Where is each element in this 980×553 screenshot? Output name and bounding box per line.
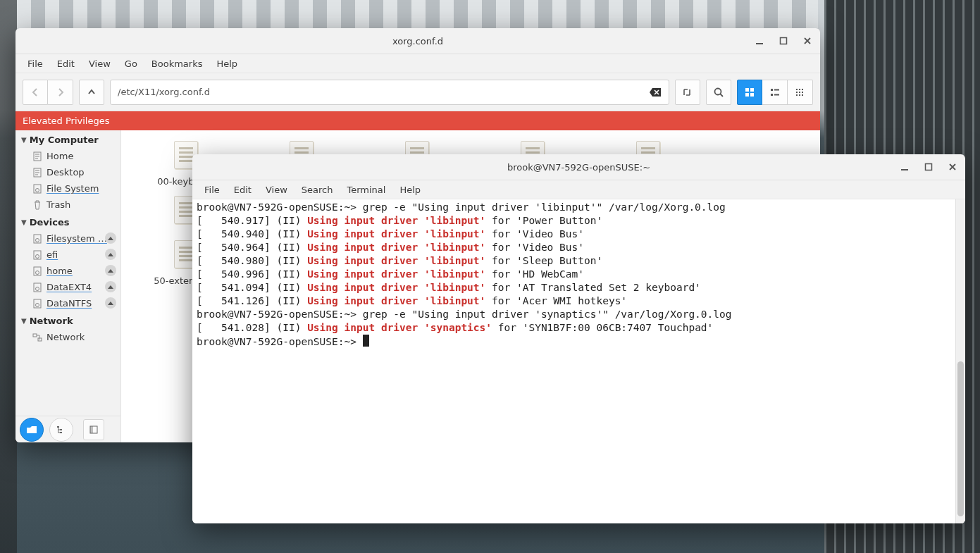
maximize-button[interactable]: [923, 161, 934, 173]
menu-edit[interactable]: Edit: [51, 56, 81, 71]
toggle-location-button[interactable]: [675, 80, 700, 105]
path-input[interactable]: /etc/X11/xorg.conf.d: [110, 80, 669, 105]
close-button[interactable]: [947, 161, 958, 173]
sidebar-item[interactable]: DataEXT4: [15, 279, 120, 295]
svg-point-23: [36, 188, 39, 192]
trash-icon: [32, 200, 42, 210]
svg-point-25: [36, 238, 39, 242]
svg-rect-36: [57, 426, 59, 428]
privileges-banner: Elevated Privileges: [15, 111, 820, 130]
svg-rect-7: [771, 89, 773, 91]
term-menubar: File Edit View Search Terminal Help: [192, 180, 965, 199]
svg-rect-34: [33, 334, 37, 337]
disk-icon: [32, 282, 42, 292]
menu-file[interactable]: File: [198, 182, 226, 197]
minimize-button[interactable]: [754, 35, 765, 46]
nav-up-button[interactable]: [79, 80, 104, 105]
sidebar-item[interactable]: Desktop: [15, 164, 120, 180]
svg-rect-1: [781, 38, 787, 44]
sidebar-item[interactable]: home: [15, 263, 120, 279]
svg-rect-12: [796, 92, 798, 93]
sidebar-item-label: Trash: [46, 199, 70, 210]
menu-help[interactable]: Help: [393, 182, 427, 197]
menu-bookmarks[interactable]: Bookmarks: [145, 56, 209, 71]
nav-back-button[interactable]: [23, 80, 48, 105]
sidebar-item[interactable]: DataNTFS: [15, 295, 120, 311]
svg-rect-10: [774, 94, 779, 95]
menu-help[interactable]: Help: [210, 56, 244, 71]
eject-icon[interactable]: [105, 297, 116, 309]
clear-path-icon[interactable]: [649, 87, 662, 97]
fm-sidebar: ▼My Computer HomeDesktopFile SystemTrash…: [15, 130, 121, 442]
sidebar-bottom-toolbar: [15, 416, 120, 442]
fm-toolbar: /etc/X11/xorg.conf.d: [15, 73, 820, 111]
sidebar-item-label: Filesystem …: [46, 233, 107, 244]
menu-view[interactable]: View: [82, 56, 117, 71]
svg-rect-0: [756, 43, 763, 44]
sidebar-item[interactable]: Trash: [15, 197, 120, 213]
path-text: /etc/X11/xorg.conf.d: [118, 87, 210, 97]
sidebar-item[interactable]: File System: [15, 180, 120, 197]
svg-rect-38: [60, 432, 62, 433]
svg-rect-8: [774, 89, 779, 90]
svg-point-2: [715, 88, 721, 94]
sidebar-item[interactable]: Home: [15, 148, 120, 164]
svg-rect-4: [750, 88, 754, 92]
eject-icon[interactable]: [105, 232, 116, 244]
fm-titlebar[interactable]: xorg.conf.d: [15, 28, 820, 54]
sidebar-item[interactable]: Filesystem …: [15, 230, 120, 247]
sidebar-item-label: Home: [46, 151, 73, 161]
menu-view[interactable]: View: [259, 182, 294, 197]
svg-point-33: [36, 303, 39, 306]
places-toggle-button[interactable]: [20, 418, 44, 442]
disk-icon: [32, 250, 42, 260]
sidebar-section-my-computer[interactable]: ▼My Computer: [15, 130, 120, 148]
fm-menubar: File Edit View Go Bookmarks Help: [15, 54, 820, 73]
view-icons-button[interactable]: [737, 80, 762, 105]
sidebar-close-button[interactable]: [83, 419, 104, 440]
minimize-button[interactable]: [899, 161, 910, 173]
sidebar-section-network[interactable]: ▼Network: [15, 311, 120, 329]
svg-point-27: [36, 254, 39, 258]
close-button[interactable]: [802, 35, 813, 46]
eject-icon[interactable]: [105, 265, 116, 276]
svg-rect-6: [750, 93, 754, 97]
svg-point-29: [36, 271, 39, 274]
disk-icon: [32, 266, 42, 276]
scrollbar-thumb[interactable]: [957, 361, 964, 516]
fm-title: xorg.conf.d: [392, 36, 443, 46]
menu-search[interactable]: Search: [295, 182, 340, 197]
view-compact-button[interactable]: [788, 80, 813, 105]
term-titlebar[interactable]: brook@VN7-592G-openSUSE:~: [192, 154, 965, 180]
svg-rect-13: [796, 94, 798, 96]
terminal-window: brook@VN7-592G-openSUSE:~ File Edit View…: [192, 154, 965, 523]
terminal-output[interactable]: brook@VN7-592G-openSUSE:~> grep -e "Usin…: [192, 199, 955, 523]
sidebar-item[interactable]: Network: [15, 329, 120, 345]
eject-icon[interactable]: [105, 281, 116, 292]
nav-forward-button[interactable]: [48, 80, 73, 105]
disk-icon: [32, 184, 42, 194]
search-button[interactable]: [706, 80, 731, 105]
svg-rect-16: [799, 94, 800, 96]
privileges-text: Elevated Privileges: [23, 116, 109, 126]
svg-rect-37: [60, 429, 62, 430]
svg-rect-18: [802, 92, 803, 93]
sidebar-item-label: Network: [46, 332, 85, 342]
tree-toggle-button[interactable]: [49, 418, 73, 442]
menu-file[interactable]: File: [21, 56, 49, 71]
eject-icon[interactable]: [105, 249, 116, 260]
view-list-button[interactable]: [762, 80, 788, 105]
sidebar-item[interactable]: efi: [15, 247, 120, 263]
menu-terminal[interactable]: Terminal: [340, 182, 392, 197]
net-icon: [32, 333, 42, 342]
terminal-scrollbar[interactable]: [955, 199, 965, 523]
sidebar-item-label: Desktop: [46, 167, 85, 178]
maximize-button[interactable]: [778, 35, 789, 46]
menu-go[interactable]: Go: [118, 56, 144, 71]
sidebar-item-label: DataNTFS: [46, 298, 92, 309]
doc-icon: [32, 168, 42, 178]
sidebar-section-devices[interactable]: ▼Devices: [15, 213, 120, 230]
svg-rect-17: [802, 89, 803, 90]
svg-rect-11: [796, 89, 798, 90]
menu-edit[interactable]: Edit: [228, 182, 258, 197]
